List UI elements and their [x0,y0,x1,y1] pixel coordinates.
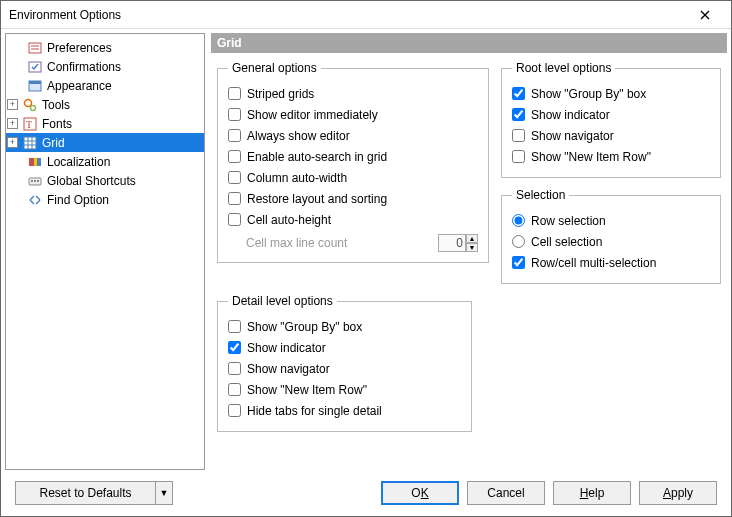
preferences-icon [27,40,43,56]
svg-line-25 [30,200,34,204]
expander-icon[interactable]: + [7,137,18,148]
tools-icon [22,97,38,113]
spin-down-icon[interactable]: ▼ [466,243,478,252]
chk-root-groupby[interactable]: Show "Group By" box [512,83,710,104]
expander-icon[interactable]: + [7,99,18,110]
svg-rect-18 [34,158,37,166]
tree-label: Confirmations [47,60,121,74]
chk-striped-grids[interactable]: Striped grids [228,83,478,104]
svg-rect-22 [34,180,36,182]
tree-label: Preferences [47,41,112,55]
general-legend: General options [228,61,321,75]
detail-level-options-group: Detail level options Show "Group By" box… [217,294,472,432]
appearance-icon [27,78,43,94]
find-icon [27,192,43,208]
svg-rect-21 [31,180,33,182]
tree-item-global-shortcuts[interactable]: Global Shortcuts [6,171,204,190]
chk-root-newitem[interactable]: Show "New Item Row" [512,146,710,167]
svg-point-9 [31,105,36,110]
expander-none [12,61,23,72]
spin-up-icon[interactable]: ▲ [466,234,478,243]
svg-line-24 [30,196,34,200]
localization-icon [27,154,43,170]
pane-body: General options Striped grids Show edito… [211,53,727,470]
expander-none [12,80,23,91]
settings-pane: Grid General options Striped grids Show … [211,33,727,470]
expander-none [12,156,23,167]
tree-item-localization[interactable]: Localization [6,152,204,171]
ok-button[interactable]: OK [381,481,459,505]
svg-rect-17 [29,158,34,166]
pane-title: Grid [211,33,727,53]
options-tree[interactable]: Preferences Confirmations Appearance + T… [5,33,205,470]
fonts-icon: T [22,116,38,132]
tree-item-find-option[interactable]: Find Option [6,190,204,209]
tree-item-fonts[interactable]: + T Fonts [6,114,204,133]
help-button[interactable]: Help [553,481,631,505]
chk-restore-layout[interactable]: Restore layout and sorting [228,188,478,209]
svg-line-27 [36,200,40,204]
chk-detail-navigator[interactable]: Show navigator [228,358,461,379]
tree-label: Tools [42,98,70,112]
svg-rect-12 [24,137,36,149]
chk-column-auto-width[interactable]: Column auto-width [228,167,478,188]
tree-label: Localization [47,155,110,169]
footer: Reset to Defaults ▼ OK Cancel Help Apply [1,470,731,516]
tree-item-tools[interactable]: + Tools [6,95,204,114]
chk-enable-auto-search[interactable]: Enable auto-search in grid [228,146,478,167]
environment-options-dialog: Environment Options Preferences Confirma… [0,0,732,517]
chk-show-editor-immediately[interactable]: Show editor immediately [228,104,478,125]
expander-none [12,42,23,53]
cell-max-label: Cell max line count [246,236,347,250]
confirmations-icon [27,59,43,75]
expander-none [12,175,23,186]
svg-rect-7 [29,81,41,84]
tree-label: Find Option [47,193,109,207]
cancel-button[interactable]: Cancel [467,481,545,505]
chk-detail-newitem[interactable]: Show "New Item Row" [228,379,461,400]
svg-point-8 [25,99,32,106]
radio-row-selection[interactable]: Row selection [512,210,710,231]
svg-rect-19 [37,158,41,166]
close-button[interactable] [685,5,725,25]
svg-text:T: T [26,119,32,130]
tree-label: Global Shortcuts [47,174,136,188]
detail-legend: Detail level options [228,294,337,308]
chk-detail-groupby[interactable]: Show "Group By" box [228,316,461,337]
root-level-options-group: Root level options Show "Group By" box S… [501,61,721,178]
cell-max-spinner[interactable]: ▲ ▼ [466,234,478,252]
tree-item-confirmations[interactable]: Confirmations [6,57,204,76]
tree-item-preferences[interactable]: Preferences [6,38,204,57]
chk-cell-auto-height[interactable]: Cell auto-height [228,209,478,230]
expander-icon[interactable]: + [7,118,18,129]
chk-detail-hidetabs[interactable]: Hide tabs for single detail [228,400,461,421]
tree-item-appearance[interactable]: Appearance [6,76,204,95]
grid-icon [22,135,38,151]
tree-item-grid[interactable]: + Grid [6,133,204,152]
general-options-group: General options Striped grids Show edito… [217,61,489,263]
tree-label: Appearance [47,79,112,93]
chk-always-show-editor[interactable]: Always show editor [228,125,478,146]
apply-button[interactable]: Apply [639,481,717,505]
content-area: Preferences Confirmations Appearance + T… [1,29,731,470]
root-legend: Root level options [512,61,615,75]
close-icon [700,10,710,20]
reset-to-defaults-button[interactable]: Reset to Defaults [15,481,155,505]
chk-root-navigator[interactable]: Show navigator [512,125,710,146]
chevron-down-icon: ▼ [160,488,169,498]
selection-legend: Selection [512,188,569,202]
shortcuts-icon [27,173,43,189]
cell-max-input[interactable] [438,234,466,252]
radio-cell-selection[interactable]: Cell selection [512,231,710,252]
svg-rect-23 [37,180,39,182]
svg-line-26 [36,196,40,200]
selection-group: Selection Row selection Cell selection R… [501,188,721,284]
chk-detail-indicator[interactable]: Show indicator [228,337,461,358]
chk-root-indicator[interactable]: Show indicator [512,104,710,125]
reset-dropdown-button[interactable]: ▼ [155,481,173,505]
tree-label: Fonts [42,117,72,131]
chk-multi-selection[interactable]: Row/cell multi-selection [512,252,710,273]
tree-label: Grid [42,136,65,150]
cell-max-line-count-row: Cell max line count ▲ ▼ [228,234,478,252]
window-title: Environment Options [9,8,121,22]
